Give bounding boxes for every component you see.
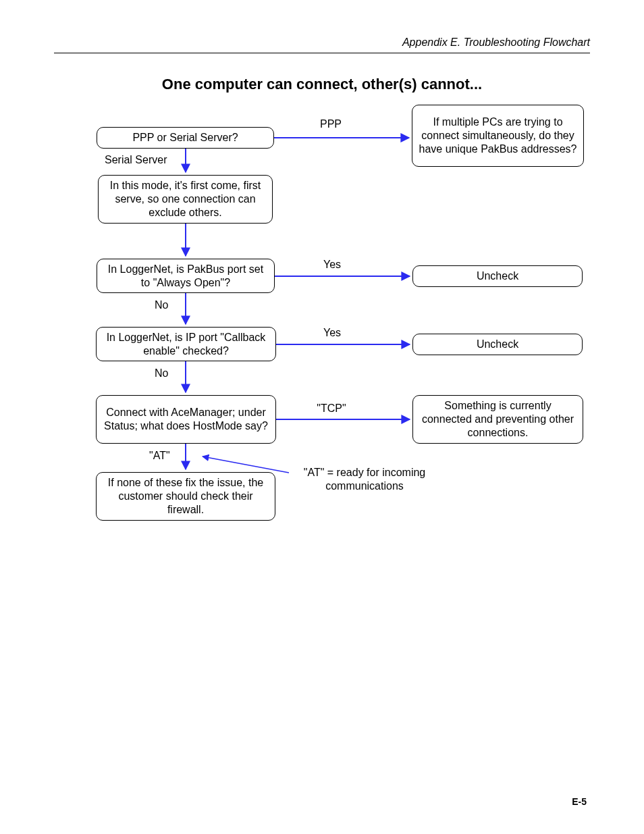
node-q2: In LoggerNet, is PakBus port set to "Alw… [97, 259, 275, 293]
node-q1: PPP or Serial Server? [97, 127, 274, 149]
page-number: E-5 [572, 796, 587, 807]
label-serial-server: Serial Server [105, 154, 179, 166]
header-rule [54, 53, 590, 53]
header-appendix: Appendix E. Troubleshooting Flowchart [54, 36, 590, 49]
svg-line-9 [203, 457, 289, 473]
label-ppp: PPP [311, 118, 351, 130]
node-final: If none of these fix the issue, the cust… [96, 472, 275, 521]
node-uncheck1: Uncheck [412, 265, 583, 287]
label-yes2: Yes [315, 327, 349, 339]
node-q4: Connect with AceManager; under Status; w… [96, 395, 276, 444]
label-at-note: "AT" = ready for incoming communications [290, 466, 439, 493]
node-serial-info: In this mode, it's first come, first ser… [98, 175, 273, 224]
label-at: "AT" [149, 450, 190, 462]
label-yes1: Yes [315, 259, 349, 271]
node-uncheck2: Uncheck [412, 334, 583, 355]
label-no1: No [155, 299, 182, 311]
node-tcp-result: Something is currently connected and pre… [412, 395, 583, 444]
node-q3: In LoggerNet, is IP port "Callback enabl… [96, 327, 276, 361]
node-ppp-result: If multiple PCs are trying to connect si… [412, 105, 584, 167]
page-title: One computer can connect, other(s) canno… [0, 76, 644, 93]
label-no2: No [155, 367, 182, 380]
label-tcp: "TCP" [308, 402, 355, 415]
